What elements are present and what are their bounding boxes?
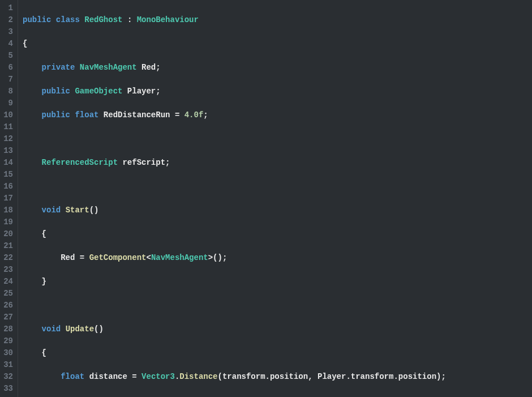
identifier: position [270,372,308,381]
code-line[interactable]: public float RedDistanceRun = 4.0f; [23,109,532,121]
keyword: float [61,372,84,381]
code-line[interactable] [23,133,532,145]
line-number: 29 [2,335,13,347]
line-number: 30 [2,347,13,359]
keyword: void [42,206,61,215]
line-number-gutter: 1 2 3 4 5 6 7 8 9 10 11 12 13 14 15 16 1… [0,0,18,397]
keyword: public [42,110,70,119]
line-number: 4 [2,38,13,50]
line-number: 15 [2,169,13,181]
code-line[interactable]: { [23,38,532,50]
keyword: class [56,15,80,24]
line-number: 27 [2,311,13,323]
identifier: refScript [122,158,165,167]
line-number: 13 [2,145,13,157]
code-line[interactable]: float distance = Vector3.Distance(transf… [23,371,532,383]
line-number: 10 [2,109,13,121]
method-name: Start [66,206,89,215]
line-number: 8 [2,86,13,97]
code-line[interactable]: { [23,228,532,240]
line-number: 17 [2,193,13,204]
line-number: 16 [2,181,13,193]
line-number: 1 [2,2,13,14]
code-line[interactable]: public class RedGhost : MonoBehaviour [23,14,532,26]
line-number: 7 [2,74,13,86]
type-name: ReferencedScript [42,158,118,167]
line-number: 6 [2,62,13,74]
identifier: position [398,372,436,381]
identifier: Red [141,63,156,72]
keyword: public [42,87,70,96]
identifier: Player [127,87,156,96]
line-number: 14 [2,157,13,169]
keyword: void [42,325,61,334]
line-number: 32 [2,371,13,383]
code-line[interactable]: private NavMeshAgent Red; [23,62,532,74]
line-number: 2 [2,14,13,26]
identifier: transform [222,372,265,381]
number-literal: 4.0f [185,110,204,119]
identifier: Red [61,253,75,262]
keyword: public [23,15,51,24]
type-name: NavMeshAgent [80,63,137,72]
line-number: 26 [2,300,13,311]
code-line[interactable] [23,395,532,397]
line-number: 31 [2,359,13,371]
line-number: 18 [2,204,13,216]
code-line[interactable] [23,300,532,311]
type-name: NavMeshAgent [151,253,208,262]
line-number: 25 [2,288,13,300]
code-editor[interactable]: public class RedGhost : MonoBehaviour { … [18,0,532,397]
code-line[interactable]: void Update() [23,323,532,335]
type-name: Vector3 [141,372,175,381]
code-line[interactable]: Red = GetComponent<NavMeshAgent>(); [23,252,532,264]
type-name: GameObject [75,87,122,96]
identifier: transform [351,372,394,381]
line-number: 19 [2,216,13,228]
line-number: 5 [2,50,13,62]
keyword: float [75,110,98,119]
line-number: 9 [2,97,13,109]
line-number: 22 [2,252,13,264]
line-number: 12 [2,133,13,145]
code-line[interactable]: public GameObject Player; [23,86,532,97]
identifier: RedDistanceRun [104,110,170,119]
line-number: 11 [2,121,13,133]
code-line[interactable]: ReferencedScript refScript; [23,157,532,169]
line-number: 33 [2,383,13,395]
code-line[interactable]: } [23,276,532,288]
identifier: Player [318,372,346,381]
identifier: distance [89,372,127,381]
code-line[interactable] [23,181,532,193]
line-number: 28 [2,323,13,335]
method-name: Distance [179,372,217,381]
line-number: 23 [2,264,13,276]
line-number: 24 [2,276,13,288]
type-name: RedGhost [84,15,122,24]
method-name: Update [66,325,94,334]
keyword: private [42,63,75,72]
line-number: 21 [2,240,13,252]
type-name: MonoBehaviour [137,15,199,24]
method-name: GetComponent [89,253,147,262]
code-line[interactable]: { [23,347,532,359]
code-line[interactable]: void Start() [23,204,532,216]
line-number: 3 [2,26,13,38]
line-number: 20 [2,228,13,240]
